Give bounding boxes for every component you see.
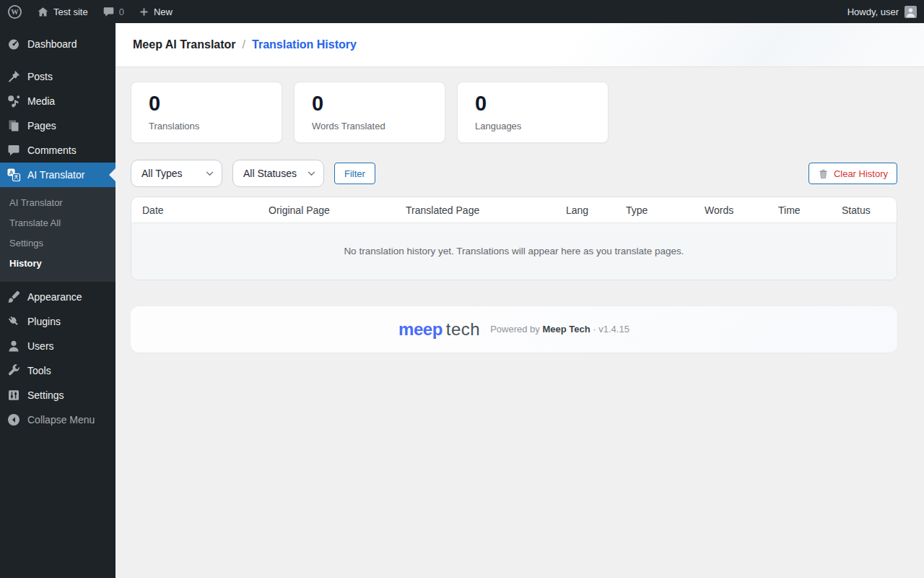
column-header-lang: Lang <box>555 197 615 223</box>
column-header-time: Time <box>767 197 831 223</box>
stat-label: Words Translated <box>312 121 427 131</box>
dashboard-icon <box>6 37 21 51</box>
new-label: New <box>154 7 173 17</box>
collapse-icon <box>6 413 21 427</box>
stat-value: 0 <box>475 91 590 116</box>
sidebar-item-label: Comments <box>27 144 77 156</box>
submenu-item-translate-all[interactable]: Translate All <box>0 212 116 233</box>
site-name-label: Test site <box>53 7 88 17</box>
pushpin-icon <box>6 69 21 84</box>
empty-state-row: No translation history yet. Translations… <box>131 223 897 280</box>
stat-label: Languages <box>475 121 590 131</box>
submenu-label: Translate All <box>9 217 61 228</box>
collapse-menu-label: Collapse Menu <box>27 414 95 426</box>
ai-translator-submenu: AI Translator Translate All Settings His… <box>0 187 116 282</box>
home-icon <box>37 6 49 18</box>
filter-row: All Types All Statuses Filter Clear Hist… <box>131 160 897 187</box>
sidebar-item-label: Dashboard <box>27 38 77 50</box>
sidebar-item-label: Posts <box>27 71 53 82</box>
chevron-down-icon <box>308 171 315 176</box>
meep-tech-logo: meeptech <box>398 319 480 340</box>
sidebar-item-label: AI Translator <box>27 169 84 181</box>
breadcrumb: Meep AI Translator / Translation History <box>116 23 924 66</box>
stats-row: 0 Translations 0 Words Translated 0 Lang… <box>131 82 897 143</box>
avatar <box>905 6 917 18</box>
breadcrumb-separator: / <box>243 38 245 51</box>
column-header-words: Words <box>694 197 767 223</box>
column-header-status: Status <box>831 197 897 223</box>
sidebar-item-settings[interactable]: Settings <box>0 383 116 407</box>
howdy-label: Howdy, user <box>847 7 899 17</box>
powered-prefix: Powered by <box>490 324 540 335</box>
stat-card-languages: 0 Languages <box>457 82 609 143</box>
submenu-item-history[interactable]: History <box>0 253 116 273</box>
comments-count-link[interactable]: 0 <box>95 0 131 23</box>
version-label: · v1.4.15 <box>593 324 629 335</box>
clear-history-button[interactable]: Clear History <box>808 163 897 184</box>
submenu-item-ai-translator[interactable]: AI Translator <box>0 192 116 212</box>
sidebar-item-posts[interactable]: Posts <box>0 64 116 89</box>
sidebar-item-label: Settings <box>27 389 64 401</box>
table-header-row: Date Original Page Translated Page Lang … <box>131 197 897 223</box>
content-area: Meep AI Translator / Translation History… <box>116 0 924 578</box>
svg-text:W: W <box>11 8 19 16</box>
filter-button[interactable]: Filter <box>334 163 375 184</box>
plugin-footer: meeptech Powered by Meep Tech · v1.4.15 <box>131 306 897 353</box>
translator-icon: A <box>6 168 21 182</box>
site-name-link[interactable]: Test site <box>30 0 95 23</box>
logo-meep: meep <box>398 319 443 339</box>
stat-value: 0 <box>312 91 427 116</box>
chevron-down-icon <box>206 171 214 176</box>
sidebar-item-label: Tools <box>27 365 51 376</box>
submenu-label: AI Translator <box>9 197 63 208</box>
breadcrumb-current-link[interactable]: Translation History <box>252 38 357 51</box>
plugin-icon <box>6 314 21 329</box>
trash-icon <box>818 168 829 179</box>
sidebar-item-pages[interactable]: Pages <box>0 113 116 138</box>
column-header-date: Date <box>131 197 258 223</box>
account-menu[interactable]: Howdy, user <box>847 0 924 23</box>
comment-bubble-icon <box>103 6 115 18</box>
empty-state-message: No translation history yet. Translations… <box>131 223 897 280</box>
settings-icon <box>6 388 21 402</box>
sidebar-item-ai-translator[interactable]: A AI Translator <box>0 163 116 187</box>
stat-value: 0 <box>149 91 264 116</box>
stat-label: Translations <box>149 121 264 131</box>
comments-icon <box>6 143 21 158</box>
plus-icon <box>139 7 149 17</box>
status-filter-value: All Statuses <box>243 168 297 179</box>
admin-sidebar: Dashboard Posts Media Pages Comments A <box>0 23 116 578</box>
collapse-menu-button[interactable]: Collapse Menu <box>0 407 116 432</box>
submenu-label: History <box>9 258 42 269</box>
sidebar-item-appearance[interactable]: Appearance <box>0 285 116 309</box>
powered-by-text: Powered by Meep Tech · v1.4.15 <box>490 324 629 335</box>
sidebar-item-media[interactable]: Media <box>0 89 116 113</box>
media-icon <box>6 94 21 108</box>
column-header-original-page: Original Page <box>258 197 395 223</box>
status-filter-select[interactable]: All Statuses <box>232 160 324 187</box>
users-icon <box>6 339 21 353</box>
new-content-menu[interactable]: New <box>131 0 180 23</box>
type-filter-value: All Types <box>141 168 183 179</box>
sidebar-item-dashboard[interactable]: Dashboard <box>0 32 116 56</box>
admin-bar: W Test site 0 New Howdy, user <box>0 0 924 23</box>
wordpress-logo-menu[interactable]: W <box>0 0 30 23</box>
sidebar-item-comments[interactable]: Comments <box>0 138 116 163</box>
sidebar-item-tools[interactable]: Tools <box>0 358 116 383</box>
sidebar-item-label: Appearance <box>27 291 82 303</box>
clear-history-label: Clear History <box>834 168 888 179</box>
wordpress-logo-icon: W <box>7 4 22 20</box>
comment-count: 0 <box>119 7 124 17</box>
sidebar-item-label: Plugins <box>27 316 61 327</box>
tools-icon <box>6 363 21 378</box>
stat-card-words-translated: 0 Words Translated <box>294 82 445 143</box>
type-filter-select[interactable]: All Types <box>131 160 222 187</box>
sidebar-item-users[interactable]: Users <box>0 334 116 358</box>
history-table: Date Original Page Translated Page Lang … <box>131 197 897 280</box>
sidebar-item-plugins[interactable]: Plugins <box>0 309 116 334</box>
appearance-icon <box>6 290 21 304</box>
sidebar-item-label: Pages <box>27 120 56 131</box>
column-header-translated-page: Translated Page <box>395 197 555 223</box>
submenu-item-settings[interactable]: Settings <box>0 233 116 253</box>
active-menu-arrow <box>109 168 116 181</box>
